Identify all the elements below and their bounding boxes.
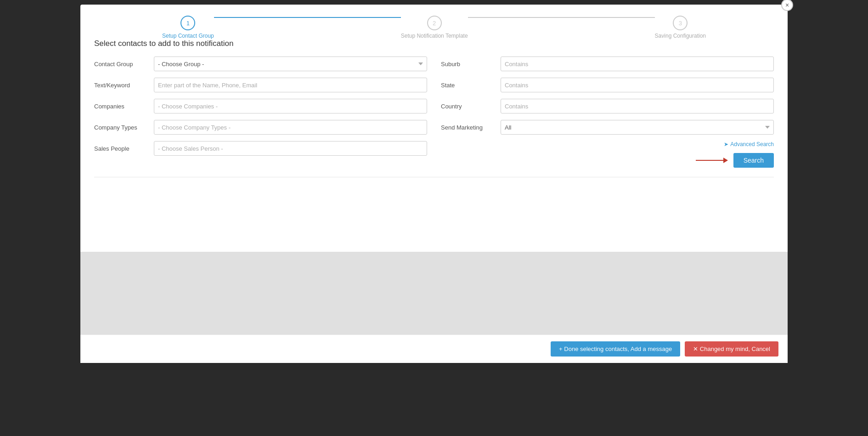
- state-label: State: [441, 82, 501, 89]
- company-types-input[interactable]: [154, 120, 427, 135]
- form-left: Contact Group - Choose Group - Text/Keyw…: [94, 57, 427, 168]
- arrow-line: [696, 160, 723, 161]
- suburb-input[interactable]: [501, 57, 774, 71]
- advanced-search-label: Advanced Search: [730, 141, 774, 147]
- modal-footer: + Done selecting contacts, Add a message…: [80, 334, 788, 363]
- company-types-label: Company Types: [94, 124, 154, 131]
- divider: [94, 177, 774, 177]
- text-keyword-row: Text/Keyword: [94, 78, 427, 92]
- step-1: 1 Setup Contact Group: [162, 16, 214, 39]
- suburb-label: Suburb: [441, 61, 501, 68]
- stepper: 1 Setup Contact Group 2 Setup Notificati…: [94, 16, 774, 39]
- search-row: Search: [441, 153, 774, 168]
- country-row: Country: [441, 99, 774, 113]
- companies-label: Companies: [94, 103, 154, 110]
- companies-input[interactable]: [154, 99, 427, 113]
- arrow-indicator: [696, 158, 728, 163]
- search-button[interactable]: Search: [733, 153, 774, 168]
- advanced-search-link[interactable]: ➤ Advanced Search: [724, 141, 774, 147]
- contact-group-select[interactable]: - Choose Group -: [154, 57, 427, 71]
- country-input[interactable]: [501, 99, 774, 113]
- form-right: Suburb State Country Send Marketing: [441, 57, 774, 168]
- modal-overlay: × 1 Setup Contact Group 2 Setup Notifica…: [0, 0, 868, 436]
- contact-group-label: Contact Group: [94, 61, 154, 68]
- text-keyword-label: Text/Keyword: [94, 82, 154, 89]
- suburb-row: Suburb: [441, 57, 774, 71]
- step-3-label: Saving Configuration: [655, 33, 706, 39]
- send-marketing-select[interactable]: All Yes No: [501, 120, 774, 135]
- arrow-head: [723, 158, 728, 163]
- sales-people-input[interactable]: [154, 141, 427, 156]
- company-types-row: Company Types: [94, 120, 427, 135]
- cancel-button[interactable]: ✕ Changed my mind, Cancel: [685, 341, 778, 357]
- state-row: State: [441, 78, 774, 92]
- step-1-label: Setup Contact Group: [162, 33, 214, 39]
- sales-people-label: Sales People: [94, 145, 154, 152]
- section-title: Select contacts to add to this notificat…: [94, 39, 774, 48]
- step-3-circle: 3: [673, 16, 688, 30]
- modal-body: 1 Setup Contact Group 2 Setup Notificati…: [80, 5, 788, 247]
- step-line-1: [214, 17, 401, 18]
- step-2: 2 Setup Notification Template: [401, 16, 468, 39]
- send-marketing-row: Send Marketing All Yes No: [441, 120, 774, 135]
- state-input[interactable]: [501, 78, 774, 92]
- chevron-icon: ➤: [724, 141, 728, 147]
- step-1-circle: 1: [180, 16, 195, 30]
- form-area: Contact Group - Choose Group - Text/Keyw…: [94, 57, 774, 168]
- step-2-label: Setup Notification Template: [401, 33, 468, 39]
- done-button[interactable]: + Done selecting contacts, Add a message: [551, 341, 680, 357]
- advanced-search-row: ➤ Advanced Search: [441, 141, 774, 147]
- country-label: Country: [441, 103, 501, 110]
- step-2-circle: 2: [427, 16, 442, 30]
- results-area: [80, 252, 788, 334]
- sales-people-row: Sales People: [94, 141, 427, 156]
- text-keyword-input[interactable]: [154, 78, 427, 92]
- step-3: 3 Saving Configuration: [655, 16, 706, 39]
- close-button[interactable]: ×: [781, 0, 793, 11]
- companies-row: Companies: [94, 99, 427, 113]
- modal-container: × 1 Setup Contact Group 2 Setup Notifica…: [80, 5, 788, 363]
- send-marketing-label: Send Marketing: [441, 124, 501, 131]
- step-line-2: [468, 17, 655, 18]
- contact-group-row: Contact Group - Choose Group -: [94, 57, 427, 71]
